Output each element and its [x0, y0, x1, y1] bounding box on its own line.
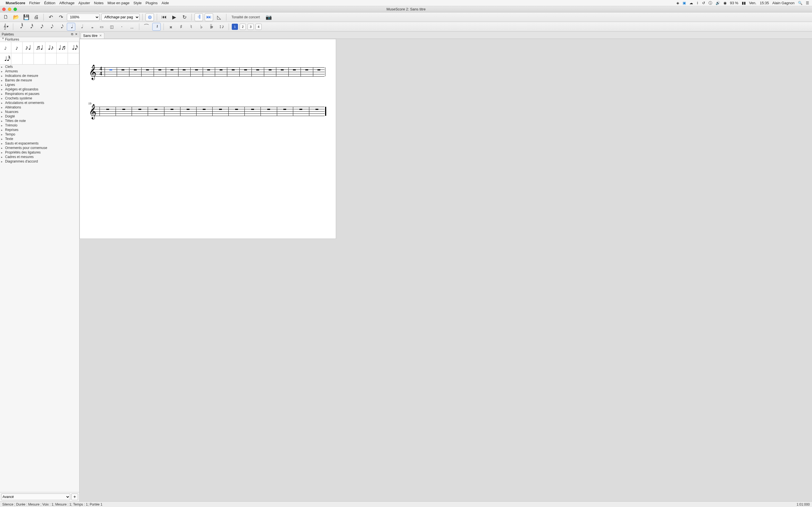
undo-button[interactable]: ↶	[47, 13, 55, 21]
barline[interactable]	[148, 107, 148, 116]
menu-notes[interactable]: Notes	[94, 1, 103, 5]
palette-cat[interactable]: ▸Indications de mesure	[0, 73, 79, 78]
duration-8th-alt-button[interactable]: 𝅘𝅥𝅮	[57, 23, 65, 31]
palette-cat[interactable]: ▸Lignes	[0, 82, 79, 87]
menu-edit[interactable]: Édition	[44, 1, 55, 5]
new-file-button[interactable]: 🗋	[2, 13, 10, 21]
print-button[interactable]: 🖨	[32, 13, 41, 21]
whole-rest[interactable]	[154, 109, 157, 110]
palette-cat[interactable]: ▸Reprises	[0, 128, 79, 132]
palette-cat[interactable]: ▸Texte	[0, 136, 79, 141]
play-repeats-button[interactable]: 𝄇	[195, 13, 203, 21]
barline[interactable]	[180, 107, 181, 116]
double-dot-button[interactable]: ‥	[128, 23, 136, 31]
whole-rest[interactable]	[244, 69, 247, 70]
whole-rest[interactable]	[109, 69, 112, 70]
palette-cat[interactable]: ▸Diagrammes d'accord	[0, 159, 79, 164]
workspace-select[interactable]: Avancé	[1, 494, 70, 500]
time-signature[interactable]: 44	[100, 66, 102, 76]
wifi-icon[interactable]: ◉	[723, 1, 726, 5]
voice-1-button[interactable]: 1	[232, 24, 238, 30]
spotlight-icon[interactable]: 🔍	[798, 1, 802, 5]
image-capture-button[interactable]: 📷	[264, 13, 273, 21]
grace-note-cell[interactable]	[22, 53, 34, 64]
palette-cat[interactable]: ▸Articulations et ornements	[0, 101, 79, 105]
duration-whole-button[interactable]: 𝅝	[87, 23, 96, 31]
whole-rest[interactable]	[219, 109, 222, 110]
palette-cat[interactable]: ▸Arpèges et glissandos	[0, 87, 79, 92]
grace-note-cell[interactable]	[34, 53, 45, 64]
barline[interactable]	[141, 67, 142, 76]
palette-cat[interactable]: ▸Cadres et mesures	[0, 155, 79, 159]
grace-note-cell[interactable]: 𝆔	[11, 42, 22, 53]
teamviewer-icon[interactable]: ▣	[682, 1, 686, 5]
rewind-button[interactable]: ⏮	[160, 13, 168, 21]
grace-note-cell[interactable]: ♩𝅘𝅥𝅰	[0, 53, 11, 64]
redo-button[interactable]: ↷	[57, 13, 65, 21]
rest-button[interactable]: 𝄽	[152, 23, 161, 31]
voice-3-button[interactable]: 3	[248, 24, 254, 30]
whole-rest[interactable]	[235, 109, 238, 110]
duration-32nd-button[interactable]: 𝅘𝅥𝅰	[26, 23, 35, 31]
pan-playback-button[interactable]: ⏭	[205, 13, 213, 21]
grace-note-cell[interactable]	[45, 53, 57, 64]
double-sharp-button[interactable]: 𝄪	[167, 23, 175, 31]
score-page[interactable]: 𝄞44𝄞19	[80, 39, 336, 239]
whole-rest[interactable]	[281, 69, 284, 70]
palette-cat[interactable]: ▸Ornements pour cornemuse	[0, 146, 79, 150]
grace-note-cell[interactable]	[11, 53, 22, 64]
palette-cat[interactable]: ▸Altérations	[0, 105, 79, 110]
app-name[interactable]: MuseScore	[6, 1, 25, 5]
whole-rest[interactable]	[283, 109, 286, 110]
battery-icon[interactable]: ▮▮	[742, 1, 746, 5]
whole-rest[interactable]	[183, 69, 186, 70]
menu-add[interactable]: Ajouter	[79, 1, 90, 5]
barline[interactable]	[212, 107, 213, 116]
document-tab[interactable]: Sans titre ✕	[81, 33, 104, 39]
whole-rest[interactable]	[293, 69, 296, 70]
duration-half-button[interactable]: 𝅗𝅥	[77, 23, 86, 31]
barline[interactable]	[325, 67, 325, 76]
palette-cat[interactable]: ▸Trémolo	[0, 123, 79, 128]
menu-style[interactable]: Style	[133, 1, 142, 5]
grace-note-cell[interactable]: 𝆕	[0, 42, 11, 53]
palette-cat[interactable]: ▸Propriétés des ligatures	[0, 150, 79, 155]
cloud-icon[interactable]: ☁︎	[689, 1, 693, 5]
staff-system[interactable]: 𝄞19	[91, 107, 324, 116]
duration-64th-button[interactable]: 𝅘𝅥𝅱	[16, 23, 24, 31]
shield-icon[interactable]: ◈	[676, 1, 679, 5]
add-workspace-button[interactable]: +	[71, 494, 78, 500]
barline[interactable]	[215, 67, 215, 76]
menu-file[interactable]: Fichier	[29, 1, 40, 5]
zoom-window-icon[interactable]	[13, 8, 17, 11]
whole-rest[interactable]	[106, 109, 109, 110]
whole-rest[interactable]	[187, 109, 190, 110]
double-flat-button[interactable]: 𝄫	[207, 23, 216, 31]
concert-pitch-button[interactable]: Tonalité de concert	[232, 15, 260, 19]
whole-rest[interactable]	[146, 69, 149, 70]
treble-clef-icon[interactable]: 𝄞	[89, 104, 96, 119]
flip-direction-button[interactable]: ↕♪	[217, 23, 226, 31]
barline[interactable]	[260, 107, 261, 116]
voice-2-button[interactable]: 2	[240, 24, 246, 30]
whole-rest[interactable]	[315, 109, 318, 110]
barline[interactable]	[190, 67, 191, 76]
palette-cat[interactable]: ▸Nuances	[0, 110, 79, 114]
palette-cat[interactable]: ▸Sauts et espacements	[0, 141, 79, 146]
accessibility-icon[interactable]: ⓘ	[709, 1, 712, 6]
barline[interactable]	[301, 67, 301, 76]
whole-rest[interactable]	[195, 69, 198, 70]
barline[interactable]	[132, 107, 132, 116]
score-viewport[interactable]: 𝄞44𝄞19	[80, 39, 812, 501]
treble-clef-icon[interactable]: 𝄞	[89, 64, 96, 80]
palette-cat[interactable]: ▸Têtes de note	[0, 119, 79, 123]
palette-cat-fioritures[interactable]: ▸ Fioritures	[0, 37, 79, 42]
loop-button[interactable]: ↻	[180, 13, 189, 21]
open-file-button[interactable]: 📂	[12, 13, 20, 21]
whole-rest[interactable]	[232, 69, 235, 70]
grace-note-cell[interactable]: ♬♩	[34, 42, 45, 53]
clock-time[interactable]: 15:35	[760, 1, 769, 5]
save-button[interactable]: 💾	[22, 13, 31, 21]
barline[interactable]	[325, 107, 326, 116]
whole-rest[interactable]	[122, 109, 125, 110]
